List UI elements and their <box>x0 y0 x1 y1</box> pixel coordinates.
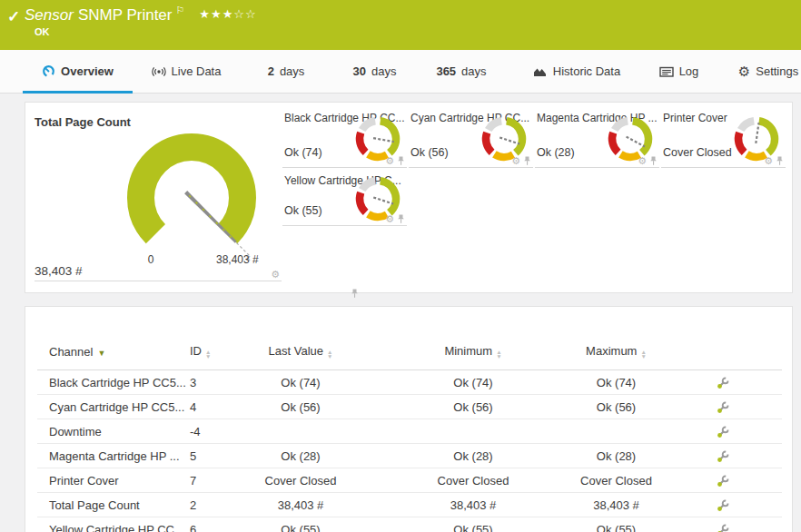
column-header-id[interactable]: ID▲▼ <box>178 307 223 370</box>
maximum-value: 38,403 # <box>569 493 664 517</box>
sort-icon: ▲▼ <box>496 350 501 359</box>
edit-channel-wrench-icon[interactable] <box>717 450 729 463</box>
gauge-settings-gear-icon[interactable]: ⚙ <box>638 156 647 166</box>
maximum-value: Ok (74) <box>569 370 664 395</box>
gauge-status-value: Ok (56) <box>410 146 449 159</box>
channel-name[interactable]: Black Cartridge HP CC5... <box>37 370 178 395</box>
tab-30-days[interactable]: 30 days <box>345 50 404 93</box>
sensor-name: SNMP Printer <box>78 6 173 24</box>
channel-id: 2 <box>178 493 223 517</box>
empty-tile <box>409 168 533 225</box>
channel-name[interactable]: Magenta Cartridge HP ... <box>37 444 178 468</box>
gauge-settings-gear-icon[interactable]: ⚙ <box>385 214 394 224</box>
last-value: Ok (28) <box>223 444 378 468</box>
minimum-value: Ok (55) <box>378 517 569 532</box>
gauge-needle <box>373 138 394 142</box>
channel-id: -4 <box>178 419 223 444</box>
pin-icon[interactable] <box>397 156 405 166</box>
edit-channel-wrench-icon[interactable] <box>717 426 729 438</box>
tab-label: days <box>461 64 486 78</box>
channel-name[interactable]: Yellow Cartridge HP CC... <box>37 517 178 532</box>
column-header-last-value[interactable]: Last Value▲▼ <box>223 307 378 370</box>
overview-gauges-panel: Total Page Count x 0 38,403 # 38,403 # ⚙… <box>25 102 793 293</box>
last-value: Ok (56) <box>223 395 378 419</box>
minimum-value: Ok (74) <box>378 370 569 395</box>
tab-365-days[interactable]: 365 days <box>430 50 493 93</box>
column-header-minimum[interactable]: Minimum▲▼ <box>378 307 569 370</box>
tab-2-days[interactable]: 2 days <box>259 50 313 93</box>
total-page-count-tile: Total Page Count x 0 38,403 # 38,403 # ⚙ <box>35 108 282 281</box>
pin-icon[interactable] <box>397 214 405 224</box>
flag-icon: ⚐ <box>175 5 184 15</box>
sort-desc-icon: ▼ <box>97 349 105 358</box>
pin-icon[interactable] <box>523 156 531 166</box>
minimum-value: Ok (28) <box>378 444 569 468</box>
gauge-settings-gear-icon[interactable]: ⚙ <box>385 156 394 166</box>
maximum-value <box>569 419 664 444</box>
gauge-status-value: Ok (28) <box>537 146 575 159</box>
empty-tile <box>535 168 659 225</box>
tile-actions: ⚙ <box>764 156 784 166</box>
tab-label: days <box>371 64 396 78</box>
edit-channel-wrench-icon[interactable] <box>717 475 729 488</box>
gauge-settings-gear-icon[interactable]: ⚙ <box>511 156 520 166</box>
column-header-maximum[interactable]: Maximum▲▼ <box>569 307 664 370</box>
log-list-icon <box>659 65 674 78</box>
status-check-icon: ✓ <box>7 7 20 26</box>
gauge-status-value: Ok (74) <box>284 146 322 159</box>
tab-settings[interactable]: ⚙ Settings <box>736 50 801 93</box>
channel-name[interactable]: Cyan Cartridge HP CC5... <box>37 395 178 419</box>
mini-gauges-grid: Black Cartridge HP CC... Ok (74) ⚙ Cyan … <box>282 103 787 226</box>
pin-icon[interactable] <box>649 156 658 166</box>
pin-icon[interactable] <box>776 156 784 166</box>
sensor-header-bar: ✓ SensorSNMP Printer⚐★★★☆☆ OK <box>0 0 801 50</box>
gauge-current-value: 38,403 # <box>35 264 83 278</box>
tab-live-data[interactable]: Live Data <box>145 50 227 93</box>
tile-actions: ⚙ <box>385 156 405 166</box>
status-badge: OK <box>35 26 50 37</box>
gauge-min-label: 0 <box>142 253 160 266</box>
last-value: Ok (74) <box>223 370 378 395</box>
minimum-value: Ok (56) <box>378 395 569 419</box>
maximum-value: Ok (56) <box>569 395 664 419</box>
pin-icon[interactable] <box>351 289 359 299</box>
gauge-needle <box>756 123 758 143</box>
tab-label: Overview <box>61 64 114 78</box>
tab-log[interactable]: Log <box>654 50 704 93</box>
tab-historic-data[interactable]: Historic Data <box>527 50 627 93</box>
gear-icon: ⚙ <box>738 64 750 78</box>
table-header-row: Channel▼ ID▲▼ Last Value▲▼ Minimum▲▼ Max… <box>37 307 782 370</box>
edit-channel-wrench-icon[interactable] <box>717 377 729 389</box>
edit-channel-wrench-icon[interactable] <box>717 499 729 512</box>
table-row: Yellow Cartridge HP CC... 6 Ok (55) Ok (… <box>37 517 782 532</box>
gauge-settings-gear-icon[interactable]: ⚙ <box>271 270 280 280</box>
column-header-channel[interactable]: Channel▼ <box>37 307 178 370</box>
gauge-max-label: 38,403 # <box>216 253 259 266</box>
priority-stars[interactable]: ★★★☆☆ <box>199 7 256 21</box>
channel-id: 6 <box>178 517 223 532</box>
channel-name[interactable]: Downtime <box>37 419 178 444</box>
table-row: Black Cartridge HP CC5... 3 Ok (74) Ok (… <box>37 370 782 395</box>
sort-icon: ▲▼ <box>327 350 332 359</box>
mini-gauge-tile-cyan-cartridge: Cyan Cartridge HP CC... Ok (56) ⚙ <box>409 103 533 168</box>
tile-actions: ⚙ <box>638 156 658 166</box>
edit-channel-wrench-icon[interactable] <box>717 524 729 532</box>
channel-name[interactable]: Printer Cover <box>37 468 178 493</box>
minimum-value: Cover Closed <box>378 468 569 493</box>
minimum-value: 38,403 # <box>378 493 569 517</box>
tab-number: 365 <box>436 64 456 78</box>
sensor-type-label: Sensor <box>25 6 74 24</box>
last-value: 38,403 # <box>223 493 378 517</box>
sort-icon: ▲▼ <box>640 350 646 359</box>
table-row: Cyan Cartridge HP CC5... 4 Ok (56) Ok (5… <box>37 395 782 419</box>
table-row: Printer Cover 7 Cover Closed Cover Close… <box>37 468 782 493</box>
channel-name[interactable]: Total Page Count <box>37 493 178 517</box>
table-row: Magenta Cartridge HP ... 5 Ok (28) Ok (2… <box>37 444 782 468</box>
sort-icon: ▲▼ <box>205 350 211 359</box>
edit-channel-wrench-icon[interactable] <box>717 401 729 414</box>
gauge-settings-gear-icon[interactable]: ⚙ <box>764 156 773 166</box>
mini-gauge-tile-printer-cover: Printer Cover Cover Closed ⚙ <box>661 103 786 168</box>
tab-overview[interactable]: Overview <box>23 50 133 93</box>
tab-bar: Overview Live Data 2 days 30 days 365 da… <box>0 50 801 94</box>
table-row: Downtime -4 <box>37 419 782 444</box>
